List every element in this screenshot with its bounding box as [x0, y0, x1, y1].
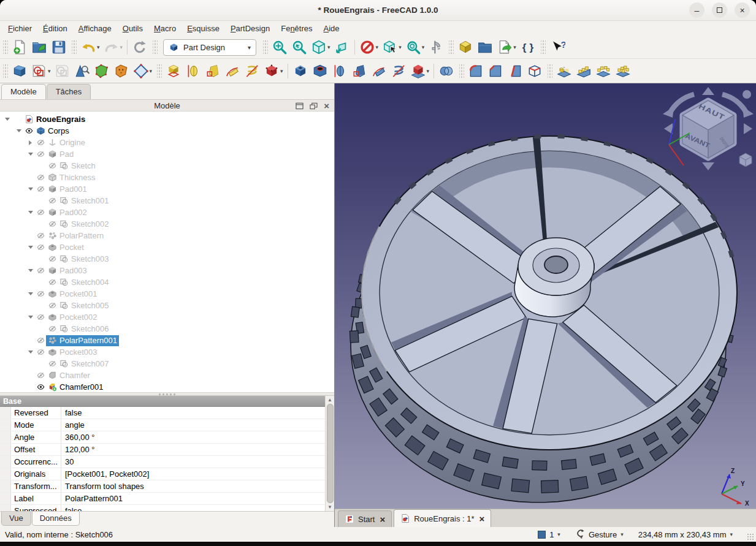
- subtractive-loft-button[interactable]: [350, 61, 368, 81]
- property-value[interactable]: PolarPattern001: [61, 493, 325, 504]
- new-document-button[interactable]: [10, 37, 29, 57]
- toolbar-grip[interactable]: [157, 64, 162, 78]
- menu-fentres[interactable]: Fenêtres: [275, 22, 318, 35]
- selection-view-button[interactable]: ▾: [381, 37, 403, 57]
- tree-item-pocket[interactable]: Pocket: [0, 241, 334, 253]
- zoom-sync-button[interactable]: ▾: [404, 37, 426, 57]
- view-cube-button[interactable]: ▾: [310, 37, 332, 57]
- menu-dition[interactable]: Édition: [37, 22, 73, 35]
- tree-item-chamfer[interactable]: Chamfer: [0, 370, 334, 381]
- toolbar-grip[interactable]: [263, 40, 268, 54]
- polar-pattern-tool-button[interactable]: [594, 61, 613, 81]
- create-body-button[interactable]: [10, 61, 29, 81]
- expander[interactable]: [26, 269, 35, 272]
- align-view-button[interactable]: [333, 37, 351, 57]
- group-folder-button[interactable]: [476, 37, 494, 57]
- hole-button[interactable]: [311, 61, 329, 81]
- tree-item-corps[interactable]: Corps: [0, 125, 334, 137]
- boolean-button[interactable]: [437, 61, 456, 81]
- workbench-selector[interactable]: Part Design▾: [163, 39, 256, 56]
- menu-fichier[interactable]: Fichier: [2, 22, 37, 35]
- expander[interactable]: [26, 211, 35, 214]
- menu-macro[interactable]: Macro: [148, 22, 181, 35]
- minimize-button[interactable]: –: [689, 2, 704, 18]
- expander[interactable]: [2, 118, 12, 121]
- additive-loft-button[interactable]: [204, 61, 222, 81]
- toolbar-grip[interactable]: [449, 40, 454, 54]
- mirrored-button[interactable]: [555, 61, 573, 81]
- expander[interactable]: [26, 292, 35, 295]
- property-value[interactable]: 120,00 °: [61, 444, 325, 455]
- measure-button[interactable]: [427, 37, 445, 57]
- resize-grip[interactable]: [747, 533, 754, 540]
- tree-item-sketch001[interactable]: Sketch001: [0, 195, 334, 207]
- tree-item-polarpattern[interactable]: PolarPattern: [0, 230, 334, 241]
- mdi-tab-roueengrais1[interactable]: RoueEngrais : 1*×: [394, 509, 491, 527]
- link-make-button[interactable]: ▾: [495, 37, 517, 57]
- create-sketch-button[interactable]: ▾: [30, 61, 52, 81]
- expander[interactable]: [26, 316, 35, 319]
- tab-tches[interactable]: Tâches: [47, 84, 91, 99]
- tree-item-sketch005[interactable]: Sketch005: [0, 300, 334, 311]
- 3d-viewport[interactable]: HAUTAVANTDROITEZYX: [335, 83, 756, 509]
- close-icon[interactable]: ×: [479, 514, 485, 523]
- scroll-down-icon[interactable]: ▼: [327, 504, 332, 510]
- menu-outils[interactable]: Outils: [117, 22, 148, 35]
- fillet-button[interactable]: [467, 61, 485, 81]
- tree-item-sketch007[interactable]: Sketch007: [0, 358, 334, 370]
- expression-button[interactable]: { }: [519, 37, 537, 57]
- clipping-button[interactable]: ▾: [358, 37, 380, 57]
- tab-modle[interactable]: Modèle: [1, 84, 46, 99]
- subtractive-sweep-button[interactable]: [370, 61, 388, 81]
- property-value[interactable]: 30: [61, 456, 325, 468]
- expander[interactable]: [14, 129, 23, 132]
- create-datum-button[interactable]: ▾: [132, 61, 154, 81]
- close-icon[interactable]: ×: [380, 515, 385, 524]
- close-button[interactable]: ×: [735, 2, 750, 18]
- tree-item-chamfer001[interactable]: Chamfer001: [0, 381, 334, 392]
- tree-item-pad001[interactable]: Pad001: [0, 183, 334, 195]
- scrollbar-thumb[interactable]: [327, 404, 334, 503]
- toolbar-grip[interactable]: [72, 40, 77, 54]
- menu-affichage[interactable]: Affichage: [73, 22, 117, 35]
- dock-icon[interactable]: [296, 102, 304, 110]
- draft-button[interactable]: [506, 61, 524, 81]
- thickness-tool-button[interactable]: [525, 61, 544, 81]
- property-scrollbar[interactable]: ▲ ▼: [325, 396, 334, 511]
- expander[interactable]: [26, 246, 35, 249]
- toolbar-grip[interactable]: [541, 40, 546, 54]
- validate-sketch-button[interactable]: [73, 61, 91, 81]
- property-value[interactable]: 360,00 °: [61, 431, 325, 443]
- menu-esquisse[interactable]: Esquisse: [181, 22, 225, 35]
- toolbar-grip[interactable]: [153, 40, 158, 54]
- chevron-down-icon[interactable]: ▾: [730, 531, 733, 537]
- additive-primitive-button[interactable]: ▾: [262, 61, 284, 81]
- tree-item-polarpattern001[interactable]: PolarPattern001: [0, 335, 334, 346]
- viewport-dimensions[interactable]: 234,48 mm x 230,43 mm: [638, 530, 727, 539]
- maximize-button[interactable]: [712, 2, 727, 18]
- close-icon[interactable]: ×: [324, 101, 329, 110]
- redo-button[interactable]: ▾: [102, 37, 124, 57]
- expander[interactable]: [26, 153, 35, 156]
- expander[interactable]: [26, 351, 35, 354]
- menu-partdesign[interactable]: PartDesign: [225, 22, 275, 35]
- tree-item-pocket001[interactable]: Pocket001: [0, 288, 334, 300]
- tree-item-roueengrais[interactable]: RoueEngrais: [0, 113, 334, 125]
- tree-item-sketch006[interactable]: Sketch006: [0, 323, 334, 335]
- revolution-button[interactable]: [184, 61, 202, 81]
- mdi-tab-start[interactable]: Start×: [338, 510, 392, 527]
- pad-button[interactable]: [164, 61, 183, 81]
- fit-selection-button[interactable]: [290, 37, 308, 57]
- save-document-button[interactable]: [50, 37, 68, 57]
- tree-item-origine[interactable]: Origine: [0, 137, 334, 148]
- property-group-header[interactable]: Base: [0, 396, 325, 407]
- chamfer-tool-button[interactable]: [486, 61, 505, 81]
- whats-this-button[interactable]: ?: [548, 37, 567, 57]
- tree-item-sketch[interactable]: Sketch: [0, 160, 334, 172]
- chevron-down-icon[interactable]: ▾: [620, 531, 624, 537]
- float-icon[interactable]: [310, 102, 318, 110]
- navigation-style-selector[interactable]: Gesture: [589, 530, 617, 539]
- tree-item-thickness[interactable]: Thickness: [0, 172, 334, 183]
- tree-item-sketch002[interactable]: Sketch002: [0, 218, 334, 230]
- expander[interactable]: [26, 188, 35, 191]
